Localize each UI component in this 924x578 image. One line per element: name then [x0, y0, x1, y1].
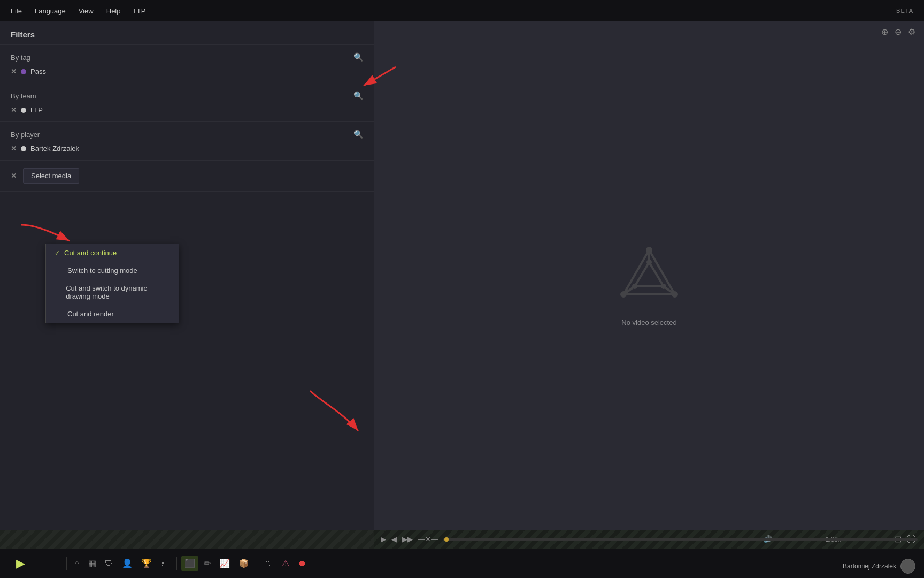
- video-placeholder: No video selected: [617, 244, 681, 326]
- timeline-playhead: [444, 537, 449, 542]
- tag-color-dot: [21, 69, 26, 74]
- dropdown-item-label: Switch to cutting mode: [67, 267, 137, 275]
- filter-tag-item: ✕ Pass: [11, 67, 46, 75]
- filter-player-label: By player: [11, 131, 40, 139]
- toolbar-chart-btn[interactable]: 📈: [216, 556, 233, 571]
- filter-tag-text: Pass: [30, 67, 46, 75]
- no-video-text: No video selected: [621, 318, 676, 326]
- toolbar-separator-3: [257, 557, 257, 570]
- filter-player-item: ✕ Bartek Zdrzalek: [11, 144, 79, 153]
- timeline-next-btn[interactable]: ▶▶: [402, 535, 413, 543]
- svg-point-8: [648, 261, 651, 264]
- filter-by-player: By player 🔍 ✕ Bartek Zdrzalek: [0, 122, 374, 161]
- filter-player-remove-btn[interactable]: ✕: [11, 144, 17, 153]
- triangle-logo-icon: [617, 244, 681, 308]
- dropdown-item-switch-cutting[interactable]: Switch to cutting mode: [46, 262, 179, 279]
- filter-team-remove-btn[interactable]: ✕: [11, 106, 17, 114]
- cut-dropdown: ✓ Cut and continue Switch to cutting mod…: [45, 244, 179, 323]
- menubar: File Language View Help LTP BETA: [0, 0, 924, 21]
- filter-team-label: By team: [11, 92, 36, 100]
- timeline-marker-btn[interactable]: —✕—: [418, 535, 438, 543]
- filter-player-search-icon[interactable]: 🔍: [353, 130, 364, 139]
- filter-by-team: By team 🔍 ✕ LTP: [0, 83, 374, 122]
- toolbar-trophy-btn[interactable]: 🏆: [138, 556, 155, 571]
- menu-help[interactable]: Help: [106, 7, 121, 15]
- toolbar-record-btn[interactable]: ⏺: [295, 557, 310, 571]
- beta-label: BETA: [896, 7, 913, 14]
- filter-player-text: Bartek Zdrzalek: [30, 144, 79, 153]
- bottom-toolbar: ⌂ ▦ 🛡 👤 🏆 🏷 ⬛ ✏ 📈 📦 🗂 ⚠ ⏺ Bartomiej Zdrz…: [0, 549, 924, 578]
- svg-point-10: [633, 285, 636, 288]
- dropdown-item-label: Cut and render: [67, 310, 114, 318]
- user-avatar: [900, 559, 915, 574]
- toolbar-separator: [66, 557, 67, 570]
- check-icon: ✓: [55, 249, 60, 257]
- dropdown-item-cut-dynamic[interactable]: Cut and switch to dynamic drawing mode: [46, 279, 179, 305]
- filter-team-search-icon[interactable]: 🔍: [353, 91, 364, 101]
- menu-view[interactable]: View: [79, 7, 94, 15]
- team-color-dot: [21, 108, 26, 113]
- toolbar-warn-btn[interactable]: ⚠: [279, 556, 292, 571]
- toolbar-grid-btn[interactable]: ▦: [85, 556, 99, 571]
- toolbar-cut-btn[interactable]: ⬛: [181, 556, 198, 571]
- timeline-stripe-left: [0, 530, 374, 549]
- toolbar-draw-btn[interactable]: ✏: [201, 556, 214, 571]
- timeline-bar[interactable]: [443, 538, 918, 541]
- toolbar-stack-btn[interactable]: 🗂: [261, 557, 276, 571]
- settings-icon[interactable]: ⚙: [908, 27, 915, 37]
- select-media-button[interactable]: Select media: [23, 168, 79, 184]
- dropdown-item-label: Cut and continue: [64, 249, 117, 257]
- timeline-section: ▶ ◀ ▶▶ —✕—: [374, 530, 924, 549]
- svg-point-9: [662, 285, 665, 288]
- player-color-dot: [21, 146, 26, 151]
- filter-by-tag: By tag 🔍 ✕ Pass: [0, 45, 374, 83]
- video-controls: ⊕ ⊖ ⚙: [881, 27, 915, 37]
- filter-team-item: ✕ LTP: [11, 106, 43, 114]
- menu-ltp[interactable]: LTP: [134, 7, 146, 15]
- menu-file[interactable]: File: [11, 7, 22, 15]
- toolbar-separator-2: [176, 557, 177, 570]
- timeline-play-btn[interactable]: ▶: [381, 535, 386, 543]
- user-area[interactable]: Bartomiej Zdrzalek: [843, 559, 915, 574]
- menu-language[interactable]: Language: [35, 7, 66, 15]
- filter-tag-search-icon[interactable]: 🔍: [353, 52, 364, 62]
- filter-action-row: ✕ Select media: [0, 161, 374, 192]
- main-play-button[interactable]: ▶: [16, 557, 25, 571]
- user-name: Bartomiej Zdrzalek: [843, 562, 896, 570]
- filter-tag-remove-btn[interactable]: ✕: [11, 67, 17, 75]
- dropdown-item-cut-continue[interactable]: ✓ Cut and continue: [46, 244, 179, 262]
- svg-point-7: [621, 292, 626, 296]
- filter-tag-label: By tag: [11, 54, 30, 62]
- zoom-in-icon[interactable]: ⊕: [881, 27, 888, 37]
- toolbar-user-btn[interactable]: 👤: [119, 556, 136, 571]
- toolbar-shield-btn[interactable]: 🛡: [102, 557, 117, 571]
- select-media-remove-btn[interactable]: ✕: [11, 172, 17, 180]
- svg-point-5: [647, 248, 651, 252]
- svg-point-6: [673, 292, 677, 296]
- filter-team-text: LTP: [30, 106, 43, 114]
- zoom-out-icon[interactable]: ⊖: [895, 27, 902, 37]
- dropdown-item-cut-render[interactable]: Cut and render: [46, 305, 179, 323]
- filters-title: Filters: [0, 21, 374, 45]
- toolbar-layers-btn[interactable]: 📦: [235, 556, 252, 571]
- toolbar-home-btn[interactable]: ⌂: [71, 557, 83, 571]
- toolbar-tag-btn[interactable]: 🏷: [157, 557, 172, 571]
- dropdown-item-label: Cut and switch to dynamic drawing mode: [66, 284, 170, 300]
- timeline-prev-btn[interactable]: ◀: [391, 535, 397, 543]
- video-panel: ⊕ ⊖ ⚙: [374, 21, 924, 549]
